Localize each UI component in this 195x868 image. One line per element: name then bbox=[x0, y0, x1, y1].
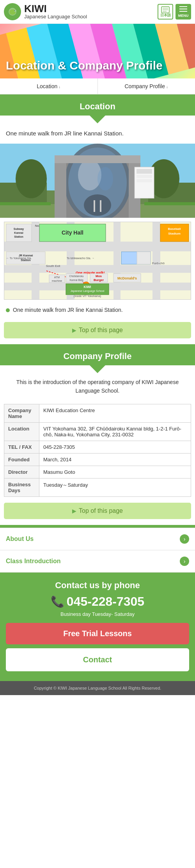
svg-text:machine: machine bbox=[52, 279, 62, 282]
table-label: TEL / FAX bbox=[4, 441, 39, 453]
svg-point-22 bbox=[78, 159, 101, 190]
table-value: Tuesday～Saturday bbox=[39, 478, 191, 496]
svg-text:Burger: Burger bbox=[94, 278, 104, 282]
accordion-title-about: About Us bbox=[6, 535, 34, 542]
arrow-up-icon-2: ▶ bbox=[72, 508, 76, 514]
top-page-button-location[interactable]: ▶ Top of this page bbox=[4, 322, 191, 338]
menu-icon[interactable]: MENU bbox=[176, 4, 191, 20]
accordion-title-class: Class Introduction bbox=[6, 558, 60, 565]
svg-point-14 bbox=[16, 159, 47, 198]
footer: Copyright © KIWI Japanese Language Schoo… bbox=[0, 681, 195, 695]
jp-label: 日本語 bbox=[160, 13, 171, 18]
table-label: Company Name bbox=[4, 404, 39, 422]
svg-text:← To Yokohama Sta.: ← To Yokohama Sta. bbox=[6, 257, 32, 260]
location-title-bar: Location bbox=[0, 98, 195, 116]
table-label: Founded bbox=[4, 453, 39, 466]
company-description: This is the introduction of the operatin… bbox=[0, 373, 195, 400]
accordion-header-class[interactable]: Class Introduction › bbox=[0, 550, 195, 572]
footer-text: Copyright © KIWI Japanese Language Schoo… bbox=[34, 686, 161, 690]
svg-rect-28 bbox=[55, 163, 66, 218]
triangle-decoration-2 bbox=[90, 365, 105, 373]
svg-text:McDonald's: McDonald's bbox=[117, 276, 137, 280]
svg-text:Mos: Mos bbox=[96, 274, 102, 278]
hero-title-container: Location & Company Profile bbox=[0, 59, 195, 73]
hero-banner: Location & Company Profile bbox=[0, 24, 195, 78]
table-row: Business Days Tuesday～Saturday bbox=[4, 478, 191, 496]
top-page-button-company[interactable]: ▶ Top of this page bbox=[4, 503, 191, 519]
table-value: 045-228-7305 bbox=[39, 441, 191, 453]
location-description: One minute walk from JR line Kannai Stat… bbox=[0, 123, 195, 144]
company-title: Company Profile bbox=[4, 351, 191, 361]
logo-sub: Japanese Language School bbox=[24, 14, 87, 20]
bullet-dot bbox=[6, 308, 10, 312]
japanese-icon[interactable]: 日本語 bbox=[158, 4, 173, 20]
section-divider-top bbox=[0, 94, 195, 98]
logo-area: KIWI Japanese Language School bbox=[4, 3, 87, 20]
logo-main: KIWI bbox=[24, 4, 87, 14]
svg-text:City Hall: City Hall bbox=[62, 229, 83, 236]
svg-rect-31 bbox=[136, 169, 152, 174]
table-row: Location VIT Yokohama 302, 3F Chūōdairok… bbox=[4, 422, 191, 441]
svg-point-23 bbox=[98, 167, 113, 190]
location-bullet: One minute walk from JR line Kannai Stat… bbox=[0, 304, 195, 316]
svg-text:Stadium: Stadium bbox=[168, 232, 181, 235]
svg-rect-24 bbox=[84, 194, 111, 216]
table-row: Founded March, 2014 bbox=[4, 453, 191, 466]
svg-text:Chūōdairoku: Chūōdairoku bbox=[69, 275, 84, 277]
chevron-right-icon: › bbox=[180, 534, 189, 544]
svg-rect-33 bbox=[136, 179, 152, 182]
building-photo bbox=[0, 144, 195, 218]
phone-row: 📞 045-228-7305 bbox=[6, 594, 189, 609]
section-divider-company bbox=[0, 344, 195, 347]
map-container: Subway Kannai Station No.1 Exit City Hal… bbox=[4, 222, 191, 300]
svg-rect-32 bbox=[136, 175, 152, 178]
header: KIWI Japanese Language School 日本語 MENU bbox=[0, 0, 195, 24]
logo-icon bbox=[4, 3, 21, 20]
location-title: Location bbox=[4, 101, 191, 112]
svg-text:Station: Station bbox=[14, 235, 23, 238]
svg-rect-26 bbox=[100, 200, 101, 212]
svg-text:Baseball: Baseball bbox=[168, 227, 181, 231]
table-row: TEL / FAX 045-228-7305 bbox=[4, 441, 191, 453]
tab-company-profile[interactable]: Company Profile↓ bbox=[98, 78, 195, 94]
table-label: Business Days bbox=[4, 478, 39, 496]
accordion-about-us: About Us › bbox=[0, 528, 195, 550]
arrow-up-icon: ▶ bbox=[72, 327, 76, 333]
contact-title: Contact us by phone bbox=[6, 580, 189, 591]
svg-rect-34 bbox=[0, 202, 51, 205]
triangle-decoration bbox=[90, 116, 105, 123]
logo-text: KIWI Japanese Language School bbox=[24, 4, 87, 20]
svg-rect-25 bbox=[94, 200, 95, 212]
accordion-class-intro: Class Introduction › bbox=[0, 550, 195, 573]
svg-text:Kannai Bldg: Kannai Bldg bbox=[69, 279, 83, 282]
svg-text:Japanese Language School: Japanese Language School bbox=[71, 290, 105, 293]
svg-rect-81 bbox=[137, 252, 151, 264]
phone-number: 045-228-7305 bbox=[67, 594, 144, 609]
svg-point-5 bbox=[14, 11, 15, 11]
svg-rect-43 bbox=[152, 222, 160, 300]
table-label: Location bbox=[4, 422, 39, 441]
company-title-bar: Company Profile bbox=[0, 347, 195, 365]
table-label: Director bbox=[4, 466, 39, 478]
top-page-label-2: Top of this page bbox=[79, 507, 123, 514]
contact-button[interactable]: Contact bbox=[6, 648, 189, 671]
nav-tabs: Location↓ Company Profile↓ bbox=[0, 78, 195, 94]
svg-text:Furō-chō: Furō-chō bbox=[152, 261, 165, 265]
table-value: VIT Yokohama 302, 3F Chūōdairoku Kannai … bbox=[39, 422, 191, 441]
svg-text:To Ishikawacho Sta. →: To Ishikawacho Sta. → bbox=[67, 257, 94, 260]
accordion-header-about[interactable]: About Us › bbox=[0, 528, 195, 550]
free-trial-button[interactable]: Free Trial Lessons bbox=[6, 623, 189, 644]
table-value: Masumu Goto bbox=[39, 466, 191, 478]
svg-rect-42 bbox=[113, 222, 121, 300]
bullet-text: One minute walk from JR line Kannai Stat… bbox=[13, 307, 123, 313]
phone-icon: 📞 bbox=[51, 595, 64, 608]
table-row: Company Name KIWI Education Centre bbox=[4, 404, 191, 422]
top-page-label: Top of this page bbox=[79, 327, 123, 334]
table-value: KIWI Education Centre bbox=[39, 404, 191, 422]
contact-hours: Business day Tuesday- Saturday bbox=[6, 611, 189, 617]
company-table: Company Name KIWI Education Centre Locat… bbox=[4, 404, 191, 497]
svg-text:Kannai: Kannai bbox=[14, 231, 23, 234]
svg-text:(inside VIT Yokohama): (inside VIT Yokohama) bbox=[74, 295, 101, 298]
tab-location[interactable]: Location↓ bbox=[0, 78, 98, 94]
table-value: March, 2014 bbox=[39, 453, 191, 466]
